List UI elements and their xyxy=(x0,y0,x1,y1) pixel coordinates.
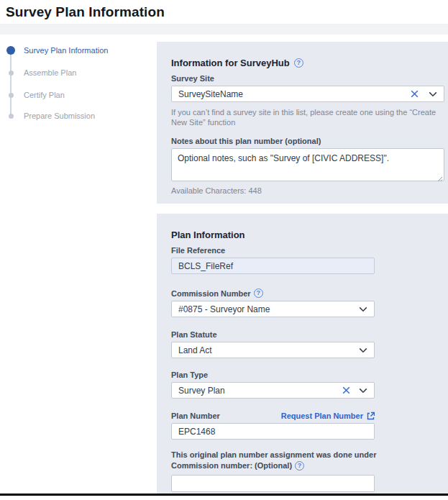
stepper-item-certify-plan[interactable]: Certify Plan xyxy=(0,91,65,99)
plan-statute-label: Plan Statute xyxy=(171,330,444,339)
step-dot-active xyxy=(0,46,22,55)
step-dot-pending xyxy=(0,71,22,76)
original-commission-label-line2: Commission number: (Optional) xyxy=(171,460,292,471)
step-label: Survey Plan Information xyxy=(24,46,108,55)
header-divider-band xyxy=(0,24,448,35)
step-label: Assemble Plan xyxy=(24,68,76,77)
survey-site-dropdown[interactable]: SurveySiteName xyxy=(171,86,444,102)
stepper-item-prepare-submission[interactable]: Prepare Submission xyxy=(0,112,95,120)
plan-section-heading: Plan Information xyxy=(171,229,444,240)
plan-number-label: Plan Number xyxy=(171,412,220,420)
chevron-down-icon[interactable] xyxy=(429,91,437,97)
plan-information-section: Plan Information File Reference Commissi… xyxy=(157,214,448,494)
original-commission-input[interactable] xyxy=(171,475,375,492)
bottom-border-line xyxy=(0,494,448,496)
clear-x-icon[interactable] xyxy=(342,386,350,394)
available-characters-counter: Available Characters: 448 xyxy=(171,186,444,195)
plan-type-dropdown[interactable]: Survey Plan xyxy=(171,382,375,399)
help-icon[interactable]: ? xyxy=(294,58,303,68)
survey-site-helper-text: If you can’t find a survey site in this … xyxy=(171,108,440,127)
plan-statute-dropdown[interactable]: Land Act xyxy=(171,342,375,358)
resize-grip-icon[interactable] xyxy=(437,176,443,182)
step-label: Prepare Submission xyxy=(24,112,95,120)
external-link-icon xyxy=(366,412,375,420)
file-reference-label: File Reference xyxy=(171,246,444,255)
plan-type-value: Survey Plan xyxy=(178,386,342,396)
stepper-item-assemble-plan[interactable]: Assemble Plan xyxy=(0,68,76,77)
file-reference-input[interactable] xyxy=(171,258,375,274)
notes-label: Notes about this plan number (optional) xyxy=(171,137,444,145)
surveyhub-section-heading: Information for SurveyHub xyxy=(171,58,290,68)
plan-type-label: Plan Type xyxy=(171,371,444,379)
original-commission-label-line1: This original plan number assignment was… xyxy=(171,450,376,459)
commission-number-value: #0875 - Surveyor Name xyxy=(178,304,359,314)
step-label: Certify Plan xyxy=(24,91,65,99)
chevron-down-icon[interactable] xyxy=(359,347,367,353)
survey-site-value: SurveySiteName xyxy=(178,89,411,99)
request-plan-number-link[interactable]: Request Plan Number xyxy=(281,412,375,420)
plan-number-input[interactable] xyxy=(171,423,375,440)
commission-number-label: Commission Number xyxy=(171,289,251,298)
help-icon[interactable]: ? xyxy=(295,461,304,471)
surveyhub-section: Information for SurveyHub ? Survey Site … xyxy=(157,42,448,204)
step-dot-pending xyxy=(0,114,22,119)
chevron-down-icon[interactable] xyxy=(359,388,367,394)
chevron-down-icon[interactable] xyxy=(359,306,367,312)
request-plan-number-link-text: Request Plan Number xyxy=(281,412,363,420)
stepper-item-survey-plan-information[interactable]: Survey Plan Information xyxy=(0,46,108,55)
original-commission-label: This original plan number assignment was… xyxy=(171,450,387,471)
stepper-connector-line xyxy=(10,50,12,116)
survey-plan-information-page: Survey Plan Information Survey Plan Info… xyxy=(0,0,448,500)
plan-statute-value: Land Act xyxy=(178,345,359,355)
help-icon[interactable]: ? xyxy=(254,288,263,298)
notes-textarea[interactable]: Optional notes, such as "Survey of [CIVI… xyxy=(171,148,444,181)
survey-site-label: Survey Site xyxy=(171,74,444,83)
step-dot-pending xyxy=(0,93,22,98)
commission-number-dropdown[interactable]: #0875 - Surveyor Name xyxy=(171,301,375,317)
page-title: Survey Plan Information xyxy=(6,4,165,20)
clear-x-icon[interactable] xyxy=(411,90,419,98)
wizard-stepper: Survey Plan Information Assemble Plan Ce… xyxy=(0,35,157,150)
